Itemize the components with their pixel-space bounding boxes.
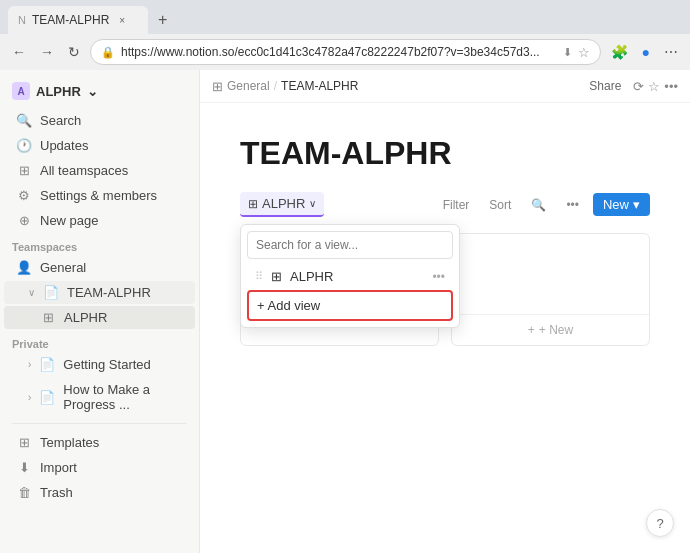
sidebar-settings-label: Settings & members	[40, 188, 157, 203]
add-new-label: + New	[539, 323, 573, 337]
settings-icon: ⚙	[16, 188, 32, 203]
add-view-label: + Add view	[257, 298, 320, 313]
workspace-name: ALPHR	[36, 84, 81, 99]
view-tab-icon: ⊞	[248, 197, 258, 211]
chevron-right-icon: ›	[28, 359, 31, 370]
sidebar-team-alphr-label: TEAM-ALPHR	[67, 285, 151, 300]
add-new-icon: +	[528, 323, 535, 337]
teamspaces-section-label: Teamspaces	[0, 233, 199, 255]
gallery-card-2: + + New	[451, 233, 650, 346]
tab-close-button[interactable]: ×	[119, 15, 125, 26]
browser-chrome: N TEAM-ALPHR × + ← → ↻ 🔒 https://www.not…	[0, 0, 690, 70]
sidebar-new-page-label: New page	[40, 213, 99, 228]
sidebar-item-updates[interactable]: 🕐 Updates	[4, 134, 195, 157]
share-button[interactable]: Share	[581, 76, 629, 96]
new-page-icon: ⊕	[16, 213, 32, 228]
address-bar[interactable]: 🔒 https://www.notion.so/ecc0c1d41c3c4782…	[90, 39, 601, 65]
sidebar-general-label: General	[40, 260, 86, 275]
app: A ALPHR ⌄ 🔍 Search 🕐 Updates ⊞ All teams…	[0, 70, 690, 553]
drag-handle-icon: ⠿	[255, 270, 263, 283]
sidebar-divider	[12, 423, 187, 424]
help-button[interactable]: ?	[646, 509, 674, 537]
add-view-button[interactable]: + Add view	[247, 290, 453, 321]
sidebar-trash-label: Trash	[40, 485, 73, 500]
view-dropdown-popup: ⠿ ⊞ ALPHR ••• + Add view	[240, 224, 460, 328]
alphr-sub-icon: ⊞	[40, 310, 56, 325]
add-new-card-button[interactable]: + + New	[452, 314, 649, 345]
team-alphr-icon: 📄	[43, 285, 59, 300]
header-actions: ⊞ General / TEAM-ALPHR Share ⟳ ☆ •••	[200, 70, 690, 103]
history-button[interactable]: ⟳	[633, 79, 644, 94]
templates-icon: ⊞	[16, 435, 32, 450]
bookmark-icon[interactable]: ☆	[578, 45, 590, 60]
breadcrumb-general[interactable]: General	[227, 79, 270, 93]
extensions-button[interactable]: 🧩	[607, 42, 632, 62]
new-tab-button[interactable]: +	[152, 9, 173, 31]
sidebar-item-trash[interactable]: 🗑 Trash	[4, 481, 195, 504]
profile-button[interactable]: ●	[638, 42, 654, 62]
tab-favicon: N	[18, 14, 26, 26]
new-button[interactable]: New ▾	[593, 193, 650, 216]
dropdown-item-icon: ⊞	[271, 269, 282, 284]
sidebar-item-new-page[interactable]: ⊕ New page	[4, 209, 195, 232]
sidebar-item-import[interactable]: ⬇ Import	[4, 456, 195, 479]
active-view-tab[interactable]: ⊞ ALPHR ∨	[240, 192, 324, 217]
view-bar: ⊞ ALPHR ∨ Filter Sort 🔍 ••• New ▾ ⠿	[240, 192, 650, 217]
view-tab-name: ALPHR	[262, 196, 305, 211]
page-title: TEAM-ALPHR	[240, 135, 650, 172]
updates-icon: 🕐	[16, 138, 32, 153]
sidebar-item-how-to[interactable]: › 📄 How to Make a Progress ...	[4, 378, 195, 416]
workspace-selector[interactable]: A ALPHR ⌄	[12, 82, 98, 100]
sidebar-updates-label: Updates	[40, 138, 88, 153]
sidebar-header: A ALPHR ⌄	[0, 78, 199, 104]
getting-started-icon: 📄	[39, 357, 55, 372]
sidebar-templates-label: Templates	[40, 435, 99, 450]
new-arrow-icon: ▾	[633, 197, 640, 212]
dropdown-item-more-button[interactable]: •••	[432, 270, 445, 284]
sidebar-item-team-alphr[interactable]: ∨ 📄 TEAM-ALPHR	[4, 281, 195, 304]
search-icon: 🔍	[16, 113, 32, 128]
sidebar-item-alphr-sub[interactable]: ⊞ ALPHR	[4, 306, 195, 329]
teamspaces-icon: ⊞	[16, 163, 32, 178]
sort-button[interactable]: Sort	[483, 195, 517, 215]
workspace-icon: A	[12, 82, 30, 100]
browser-controls: ← → ↻ 🔒 https://www.notion.so/ecc0c1d41c…	[0, 34, 690, 70]
sidebar-item-general[interactable]: 👤 General	[4, 256, 195, 279]
sidebar-item-getting-started[interactable]: › 📄 Getting Started	[4, 353, 195, 376]
sidebar-alphr-sub-label: ALPHR	[64, 310, 107, 325]
sidebar-item-settings[interactable]: ⚙ Settings & members	[4, 184, 195, 207]
download-icon: ⬇	[563, 46, 572, 59]
sidebar-getting-started-label: Getting Started	[63, 357, 150, 372]
search-view-button[interactable]: 🔍	[525, 195, 552, 215]
main-content: ⊞ General / TEAM-ALPHR Share ⟳ ☆ ••• TEA…	[200, 70, 690, 553]
workspace-chevron: ⌄	[87, 84, 98, 99]
tab-title: TEAM-ALPHR	[32, 13, 109, 27]
url-text: https://www.notion.so/ecc0c1d41c3c4782a4…	[121, 45, 557, 59]
lock-icon: 🔒	[101, 46, 115, 59]
sidebar-search-label: Search	[40, 113, 81, 128]
sidebar-item-templates[interactable]: ⊞ Templates	[4, 431, 195, 454]
chevron-right-icon2: ›	[28, 392, 31, 403]
sidebar-item-all-teamspaces[interactable]: ⊞ All teamspaces	[4, 159, 195, 182]
forward-button[interactable]: →	[36, 42, 58, 62]
back-button[interactable]: ←	[8, 42, 30, 62]
more-options-button[interactable]: •••	[664, 79, 678, 94]
breadcrumb-current: TEAM-ALPHR	[281, 79, 358, 93]
browser-more-button[interactable]: ⋯	[660, 42, 682, 62]
sidebar-import-label: Import	[40, 460, 77, 475]
dropdown-view-item-alphr[interactable]: ⠿ ⊞ ALPHR •••	[247, 263, 453, 290]
private-section-label: Private	[0, 330, 199, 352]
sidebar-teamspaces-label: All teamspaces	[40, 163, 128, 178]
import-icon: ⬇	[16, 460, 32, 475]
dropdown-item-name: ALPHR	[290, 269, 333, 284]
sidebar-item-search[interactable]: 🔍 Search	[4, 109, 195, 132]
star-button[interactable]: ☆	[648, 79, 660, 94]
active-tab[interactable]: N TEAM-ALPHR ×	[8, 6, 148, 34]
general-icon: 👤	[16, 260, 32, 275]
refresh-button[interactable]: ↻	[64, 42, 84, 62]
tab-bar: N TEAM-ALPHR × +	[0, 0, 690, 34]
browser-actions: 🧩 ● ⋯	[607, 42, 682, 62]
filter-button[interactable]: Filter	[437, 195, 476, 215]
view-more-button[interactable]: •••	[560, 195, 585, 215]
view-search-input[interactable]	[247, 231, 453, 259]
